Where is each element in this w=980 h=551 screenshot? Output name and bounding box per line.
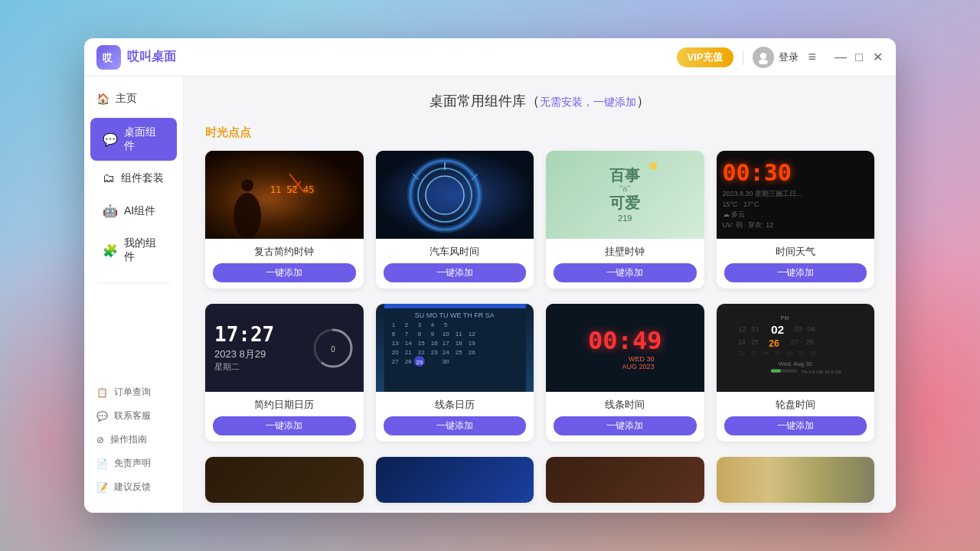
- svg-text:4: 4: [430, 321, 434, 328]
- svg-text:18: 18: [455, 340, 462, 347]
- widget-card-partial-4[interactable]: [717, 457, 875, 503]
- svg-text:02: 02: [770, 323, 783, 336]
- sidebar-divider: [96, 282, 171, 283]
- widget-card-date-cal[interactable]: 17:27 2023 8月29 星期二 0 简约日期日历 一: [205, 304, 364, 442]
- sidebar-item-widget-suite[interactable]: 🗂 组件套装: [90, 164, 177, 193]
- widget-card-line-cal[interactable]: SU MO TU WE TH FR SA 1 2 3 4 5 6 7 8 9 1…: [376, 304, 534, 442]
- svg-text:23: 23: [430, 349, 437, 356]
- sidebar-item-desktop-widget[interactable]: 💬 桌面组件: [90, 118, 177, 161]
- partial-thumb-3: [546, 457, 704, 503]
- widget-card-partial-2[interactable]: [376, 457, 534, 503]
- svg-text:32: 32: [737, 350, 744, 357]
- app-title: 哎叫桌面: [127, 49, 176, 65]
- ai-widget-label: AI组件: [124, 204, 155, 218]
- weather-time-info: 时间天气 一键添加: [717, 239, 875, 289]
- svg-text:04: 04: [807, 324, 815, 333]
- sidebar-bottom-contact-service[interactable]: 💬 联系客服: [84, 404, 183, 428]
- widget-card-partial-1[interactable]: [205, 457, 364, 503]
- svg-point-5: [241, 179, 253, 191]
- svg-text:7: 7: [404, 331, 408, 337]
- sidebar-bottom-disclaimer[interactable]: 📄 免责声明: [84, 452, 183, 475]
- svg-text:3: 3: [417, 321, 421, 328]
- retro-clock-add-btn[interactable]: 一键添加: [213, 263, 356, 282]
- date-cal-add-btn[interactable]: 一键添加: [213, 416, 356, 435]
- main-layout: 🏠 主页 💬 桌面组件 🗂 组件套装 🤖 AI组件 🧩 我的组件: [84, 77, 896, 513]
- widget-card-partial-3[interactable]: [546, 457, 704, 503]
- weather-time-display: 00:30: [723, 159, 792, 186]
- widget-card-retro-clock[interactable]: 11 52 45 复古简约时钟 一键添加: [205, 151, 364, 289]
- sidebar-item-my-widget[interactable]: 🧩 我的组件: [90, 229, 177, 272]
- line-time-thumb: 00:49 WED 30AUG 2023: [546, 304, 704, 392]
- sidebar-item-ai-widget[interactable]: 🤖 AI组件: [90, 196, 177, 226]
- date-cal-info: 简约日期日历 一键添加: [205, 392, 364, 442]
- svg-text:26: 26: [769, 338, 779, 349]
- my-widget-icon: 🧩: [103, 243, 118, 258]
- user-area[interactable]: 登录: [753, 47, 799, 68]
- car-time-add-btn[interactable]: 一键添加: [384, 263, 527, 282]
- desktop-widget-label: 桌面组件: [124, 126, 165, 153]
- svg-rect-23: [384, 304, 525, 308]
- svg-point-2: [759, 59, 768, 64]
- svg-text:9: 9: [430, 331, 434, 337]
- svg-text:Wed, Aug 30: Wed, Aug 30: [778, 360, 812, 367]
- svg-text:37: 37: [798, 350, 805, 357]
- svg-text:01: 01: [751, 324, 760, 333]
- svg-text:15: 15: [417, 340, 424, 347]
- wall-clock-info: 挂壁时钟 一键添加: [546, 239, 704, 289]
- svg-text:-2.6 GB·15.9 GB: -2.6 GB·15.9 GB: [807, 370, 841, 374]
- close-button[interactable]: ✕: [871, 51, 884, 64]
- svg-text:25: 25: [751, 338, 759, 346]
- title-bar-right: VIP充值 登录 ≡ — □ ✕: [677, 47, 884, 68]
- contact-service-icon: 💬: [96, 411, 108, 422]
- line-cal-add-btn[interactable]: 一键添加: [384, 416, 527, 435]
- sidebar-bottom-feedback[interactable]: 📝 建议反馈: [84, 475, 183, 499]
- page-header: 桌面常用组件库（无需安装，一键添加）: [205, 92, 874, 110]
- svg-text:SU MO TU WE TH FR SA: SU MO TU WE TH FR SA: [414, 311, 494, 319]
- sidebar: 🏠 主页 💬 桌面组件 🗂 组件套装 🤖 AI组件 🧩 我的组件: [84, 77, 184, 513]
- svg-rect-57: [734, 310, 856, 386]
- svg-point-4: [234, 193, 261, 239]
- vip-button[interactable]: VIP充值: [677, 47, 734, 67]
- date-cal-content: 17:27 2023 8月29 星期二: [214, 323, 274, 373]
- title-bar: 哎 哎叫桌面 VIP充值 登录 ≡ — □ ✕: [84, 38, 896, 77]
- partial-thumb-2: [376, 457, 534, 503]
- wheel-time-add-btn[interactable]: 一键添加: [724, 416, 867, 435]
- wheel-time-info: 轮盘时间 一键添加: [717, 392, 875, 442]
- page-title-highlight: 无需安装，一键添加: [540, 96, 636, 108]
- svg-text:8: 8: [417, 331, 421, 337]
- line-cal-name: 线条日历: [384, 398, 527, 412]
- widget-card-wall-clock[interactable]: 百事 "a" 可爱 219 挂壁时钟 一键添加: [546, 151, 704, 289]
- avatar: [753, 47, 774, 68]
- line-cal-info: 线条日历 一键添加: [376, 392, 534, 442]
- svg-text:30: 30: [442, 358, 449, 365]
- line-time-add-btn[interactable]: 一键添加: [554, 416, 697, 435]
- menu-icon[interactable]: ≡: [808, 49, 816, 65]
- line-time-content: 00:49 WED 30AUG 2023: [588, 326, 662, 370]
- widget-card-line-time[interactable]: 00:49 WED 30AUG 2023 线条时间 一键添加: [546, 304, 704, 442]
- sidebar-bottom-order-query[interactable]: 📋 订单查询: [84, 380, 183, 404]
- logo-icon: 哎: [96, 45, 121, 70]
- wall-clock-add-btn[interactable]: 一键添加: [554, 263, 697, 282]
- date-cal-thumb: 17:27 2023 8月29 星期二 0: [205, 304, 364, 392]
- svg-text:38: 38: [809, 350, 816, 357]
- widget-card-weather-time[interactable]: 00:30 2023.8.30 星期三施工日... 15°C · 17°C ☁ …: [717, 151, 875, 289]
- wall-clock-name: 挂壁时钟: [554, 245, 697, 259]
- line-time-info: 线条时间 一键添加: [546, 392, 704, 442]
- svg-text:22: 22: [417, 349, 424, 356]
- home-label: 主页: [116, 92, 137, 106]
- retro-clock-thumb: 11 52 45: [205, 151, 364, 239]
- svg-text:35: 35: [774, 350, 781, 357]
- maximize-button[interactable]: □: [853, 51, 865, 64]
- widget-card-car-time[interactable]: 汽车风时间 一键添加: [376, 151, 534, 289]
- widget-card-wheel-time[interactable]: PM 12 01 02 03 04 24 25 26 27: [717, 304, 875, 442]
- svg-text:03: 03: [794, 324, 802, 333]
- sidebar-bottom-operation-guide[interactable]: ⊘ 操作指南: [84, 428, 183, 452]
- weather-time-thumb: 00:30 2023.8.30 星期三施工日... 15°C · 17°C ☁ …: [717, 151, 875, 239]
- svg-text:12: 12: [737, 324, 746, 333]
- minimize-button[interactable]: —: [835, 51, 847, 64]
- sidebar-item-home[interactable]: 🏠 主页: [84, 84, 183, 113]
- page-title-prefix: 桌面常用组件库（: [430, 93, 540, 109]
- weather-time-add-btn[interactable]: 一键添加: [724, 263, 867, 282]
- widget-grid-row3-partial: [205, 457, 874, 503]
- car-time-thumb: [376, 151, 534, 239]
